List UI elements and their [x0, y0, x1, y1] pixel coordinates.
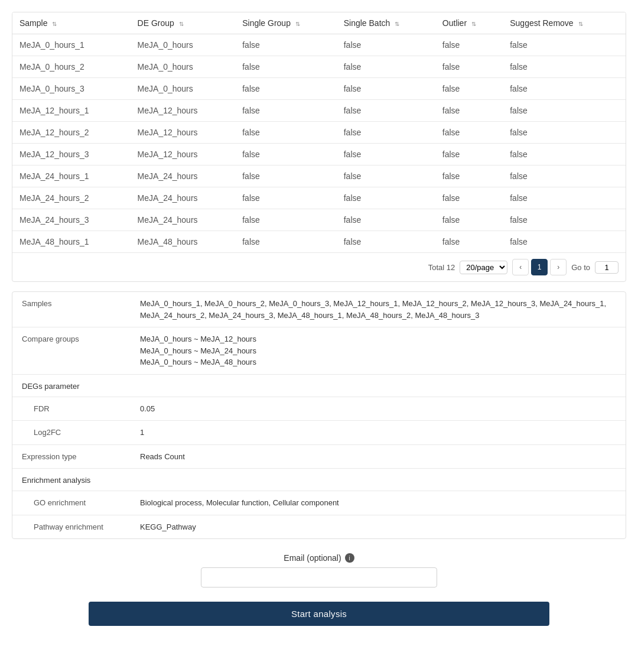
col-de-group[interactable]: DE Group ⇅: [131, 12, 236, 34]
cell-single_group-8: false: [235, 209, 337, 231]
cell-de_group-7: MeJA_24_hours: [131, 187, 236, 209]
cell-de_group-6: MeJA_24_hours: [131, 165, 236, 187]
col-single-group[interactable]: Single Group ⇅: [235, 12, 337, 34]
cell-single_batch-7: false: [337, 187, 435, 209]
cell-single_batch-5: false: [337, 144, 435, 165]
pagination-bar: Total 12 20/page ‹ 1 › Go to: [12, 252, 626, 281]
degs-param-label: DEGs parameter: [22, 381, 140, 391]
summary-expression-type-row: Expression type Reads Count: [12, 445, 626, 469]
page-size-select[interactable]: 20/page: [460, 261, 507, 274]
fdr-label: FDR: [22, 403, 140, 415]
start-analysis-button[interactable]: Start analysis: [89, 602, 549, 626]
cell-outlier-3: false: [435, 100, 503, 122]
summary-compare-groups-row: Compare groups MeJA_0_hours ~ MeJA_12_ho…: [12, 327, 626, 375]
cell-sample-9: MeJA_48_hours_1: [12, 231, 131, 253]
cell-single_group-3: false: [235, 100, 337, 122]
summary-container: Samples MeJA_0_hours_1, MeJA_0_hours_2, …: [12, 291, 626, 539]
enrichment-label: Enrichment analysis: [22, 475, 140, 485]
pagination-nav: ‹ 1 ›: [512, 259, 567, 275]
email-input[interactable]: [201, 567, 437, 587]
page-1-button[interactable]: 1: [531, 259, 548, 275]
cell-single_batch-1: false: [337, 56, 435, 78]
col-sample[interactable]: Sample ⇅: [12, 12, 131, 34]
table-row: MeJA_0_hours_3MeJA_0_hoursfalsefalsefals…: [12, 78, 626, 100]
cell-single_batch-2: false: [337, 78, 435, 100]
compare-groups-label: Compare groups: [22, 333, 140, 368]
cell-single_group-2: false: [235, 78, 337, 100]
cell-suggest_remove-2: false: [503, 78, 626, 100]
sort-icon-sample: ⇅: [52, 21, 57, 27]
cell-single_batch-0: false: [337, 34, 435, 56]
cell-outlier-2: false: [435, 78, 503, 100]
cell-suggest_remove-6: false: [503, 165, 626, 187]
table-header-row: Sample ⇅ DE Group ⇅ Single Group ⇅ Singl…: [12, 12, 626, 34]
cell-single_group-7: false: [235, 187, 337, 209]
cell-sample-4: MeJA_12_hours_2: [12, 122, 131, 144]
summary-fdr-row: FDR 0.05: [12, 397, 626, 421]
col-single-batch[interactable]: Single Batch ⇅: [337, 12, 435, 34]
goto-input[interactable]: [595, 261, 619, 274]
sort-icon-de-group: ⇅: [179, 21, 184, 27]
cell-single_group-0: false: [235, 34, 337, 56]
cell-single_batch-4: false: [337, 122, 435, 144]
cell-outlier-8: false: [435, 209, 503, 231]
summary-pathway-enrichment-row: Pathway enrichment KEGG_Pathway: [12, 515, 626, 539]
pathway-enrichment-label: Pathway enrichment: [22, 521, 140, 533]
table-row: MeJA_24_hours_3MeJA_24_hoursfalsefalsefa…: [12, 209, 626, 231]
table-row: MeJA_24_hours_2MeJA_24_hoursfalsefalsefa…: [12, 187, 626, 209]
sort-icon-outlier: ⇅: [471, 21, 476, 27]
cell-outlier-6: false: [435, 165, 503, 187]
table-row: MeJA_12_hours_2MeJA_12_hoursfalsefalsefa…: [12, 122, 626, 144]
pathway-enrichment-value: KEGG_Pathway: [140, 521, 616, 533]
fdr-value: 0.05: [140, 403, 616, 415]
summary-log2fc-row: Log2FC 1: [12, 421, 626, 445]
cell-outlier-1: false: [435, 56, 503, 78]
cell-suggest_remove-1: false: [503, 56, 626, 78]
cell-suggest_remove-9: false: [503, 231, 626, 253]
go-enrichment-label: GO enrichment: [22, 497, 140, 509]
col-outlier[interactable]: Outlier ⇅: [435, 12, 503, 34]
col-suggest-remove[interactable]: Suggest Remove ⇅: [503, 12, 626, 34]
cell-outlier-7: false: [435, 187, 503, 209]
cell-de_group-3: MeJA_12_hours: [131, 100, 236, 122]
go-enrichment-value: Biological process, Molecular function, …: [140, 497, 616, 509]
cell-outlier-9: false: [435, 231, 503, 253]
cell-de_group-4: MeJA_12_hours: [131, 122, 236, 144]
cell-outlier-5: false: [435, 144, 503, 165]
prev-page-button[interactable]: ‹: [512, 259, 529, 275]
cell-sample-7: MeJA_24_hours_2: [12, 187, 131, 209]
cell-suggest_remove-0: false: [503, 34, 626, 56]
table-row: MeJA_24_hours_1MeJA_24_hoursfalsefalsefa…: [12, 165, 626, 187]
cell-single_group-1: false: [235, 56, 337, 78]
cell-single_group-9: false: [235, 231, 337, 253]
cell-sample-0: MeJA_0_hours_1: [12, 34, 131, 56]
cell-de_group-5: MeJA_12_hours: [131, 144, 236, 165]
cell-sample-2: MeJA_0_hours_3: [12, 78, 131, 100]
cell-suggest_remove-8: false: [503, 209, 626, 231]
info-icon[interactable]: i: [345, 553, 354, 563]
sort-icon-suggest-remove: ⇅: [578, 21, 583, 27]
cell-outlier-0: false: [435, 34, 503, 56]
start-btn-container: Start analysis: [12, 602, 626, 626]
cell-sample-6: MeJA_24_hours_1: [12, 165, 131, 187]
cell-single_batch-3: false: [337, 100, 435, 122]
cell-suggest_remove-4: false: [503, 122, 626, 144]
compare-groups-value: MeJA_0_hours ~ MeJA_12_hours MeJA_0_hour…: [140, 333, 616, 368]
summary-enrichment-header-row: Enrichment analysis: [12, 469, 626, 491]
cell-de_group-8: MeJA_24_hours: [131, 209, 236, 231]
cell-sample-8: MeJA_24_hours_3: [12, 209, 131, 231]
cell-sample-5: MeJA_12_hours_3: [12, 144, 131, 165]
cell-suggest_remove-7: false: [503, 187, 626, 209]
expression-type-value: Reads Count: [140, 451, 616, 463]
table-row: MeJA_0_hours_2MeJA_0_hoursfalsefalsefals…: [12, 56, 626, 78]
cell-de_group-9: MeJA_48_hours: [131, 231, 236, 253]
next-page-button[interactable]: ›: [550, 259, 567, 275]
cell-de_group-1: MeJA_0_hours: [131, 56, 236, 78]
sort-icon-single-group: ⇅: [295, 21, 300, 27]
summary-go-enrichment-row: GO enrichment Biological process, Molecu…: [12, 491, 626, 515]
cell-de_group-0: MeJA_0_hours: [131, 34, 236, 56]
samples-label: Samples: [22, 298, 140, 321]
cell-suggest_remove-3: false: [503, 100, 626, 122]
cell-sample-1: MeJA_0_hours_2: [12, 56, 131, 78]
cell-outlier-4: false: [435, 122, 503, 144]
